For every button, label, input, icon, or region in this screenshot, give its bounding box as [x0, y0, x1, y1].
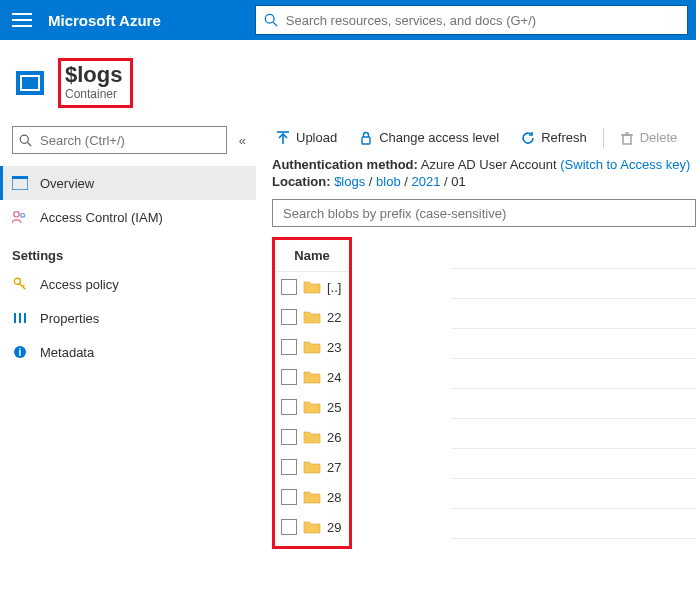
svg-rect-19 [623, 135, 631, 144]
row-checkbox[interactable] [281, 339, 297, 355]
lock-icon [359, 131, 373, 145]
refresh-icon [521, 131, 535, 145]
collapse-sidebar-icon[interactable]: « [239, 133, 246, 148]
global-search[interactable] [255, 5, 688, 35]
delete-label: Delete [640, 130, 678, 145]
page-title: $logs [65, 63, 122, 87]
table-row[interactable]: [..] [275, 272, 349, 302]
folder-icon [303, 490, 321, 504]
sidebar-item-label: Access Control (IAM) [40, 210, 163, 225]
table-row[interactable]: 28 [275, 482, 349, 512]
breadcrumb-logs[interactable]: $logs [334, 174, 365, 189]
upload-icon [276, 131, 290, 145]
folder-icon [303, 520, 321, 534]
column-header-name[interactable]: Name [275, 240, 349, 272]
row-checkbox[interactable] [281, 459, 297, 475]
location-line: Location: $logs / blob / 2021 / 01 [256, 174, 696, 191]
sidebar-item-metadata[interactable]: i Metadata [0, 335, 256, 369]
auth-label: Authentication method: [272, 157, 418, 172]
access-label: Change access level [379, 130, 499, 145]
blob-search-input[interactable] [281, 205, 687, 222]
folder-icon [303, 340, 321, 354]
svg-line-1 [273, 22, 277, 26]
change-access-button[interactable]: Change access level [349, 126, 509, 149]
table-row[interactable]: 27 [275, 452, 349, 482]
breadcrumb-blob[interactable]: blob [376, 174, 401, 189]
search-icon [264, 13, 278, 27]
main-content: Upload Change access level Refresh Delet… [256, 118, 696, 549]
sidebar-item-label: Overview [40, 176, 94, 191]
row-name: 24 [327, 370, 341, 385]
sidebar-item-properties[interactable]: Properties [0, 301, 256, 335]
top-bar: Microsoft Azure [0, 0, 696, 40]
row-checkbox[interactable] [281, 519, 297, 535]
page-header: $logs Container [0, 40, 696, 118]
svg-text:i: i [19, 347, 22, 358]
properties-icon [12, 311, 28, 325]
row-checkbox[interactable] [281, 429, 297, 445]
row-checkbox[interactable] [281, 399, 297, 415]
svg-line-10 [23, 285, 25, 287]
svg-point-7 [21, 213, 25, 217]
toolbar-separator [603, 128, 604, 148]
menu-icon[interactable] [12, 10, 32, 30]
row-checkbox[interactable] [281, 309, 297, 325]
table-row[interactable]: 22 [275, 302, 349, 332]
svg-point-8 [14, 279, 20, 285]
search-icon [19, 134, 32, 147]
svg-line-3 [28, 142, 32, 146]
toolbar: Upload Change access level Refresh Delet… [256, 118, 696, 157]
upload-label: Upload [296, 130, 337, 145]
breadcrumb-2021[interactable]: 2021 [412, 174, 441, 189]
switch-auth-link[interactable]: (Switch to Access key) [560, 157, 690, 172]
sidebar: « Overview Access Control (IAM) Settings [0, 118, 256, 549]
table-row[interactable]: 23 [275, 332, 349, 362]
sidebar-section-settings: Settings [12, 248, 256, 263]
refresh-label: Refresh [541, 130, 587, 145]
svg-rect-18 [362, 137, 370, 144]
delete-button: Delete [610, 126, 688, 149]
row-checkbox[interactable] [281, 489, 297, 505]
sidebar-item-label: Properties [40, 311, 99, 326]
table-row[interactable]: 24 [275, 362, 349, 392]
folder-icon [303, 430, 321, 444]
blob-search[interactable] [272, 199, 696, 227]
row-name: 22 [327, 310, 341, 325]
sidebar-item-access-control[interactable]: Access Control (IAM) [0, 200, 256, 234]
folder-icon [303, 310, 321, 324]
folder-icon [303, 280, 321, 294]
folder-icon [303, 370, 321, 384]
auth-value: Azure AD User Account [421, 157, 557, 172]
sidebar-item-overview[interactable]: Overview [0, 166, 256, 200]
auth-line: Authentication method: Azure AD User Acc… [256, 157, 696, 174]
page-subtitle: Container [65, 87, 122, 101]
info-icon: i [12, 345, 28, 359]
sidebar-item-access-policy[interactable]: Access policy [0, 267, 256, 301]
container-icon [16, 71, 44, 95]
table-highlight: Name [..] 22 23 24 25 [272, 237, 352, 549]
key-icon [12, 277, 28, 291]
row-checkbox[interactable] [281, 279, 297, 295]
overview-icon [12, 176, 28, 190]
table-row[interactable]: 25 [275, 392, 349, 422]
location-label: Location: [272, 174, 331, 189]
folder-icon [303, 460, 321, 474]
breadcrumb-01: 01 [451, 174, 465, 189]
row-name: 29 [327, 520, 341, 535]
sidebar-item-label: Access policy [40, 277, 119, 292]
row-name: 25 [327, 400, 341, 415]
svg-rect-5 [12, 176, 28, 179]
global-search-input[interactable] [284, 12, 679, 29]
delete-icon [620, 131, 634, 145]
refresh-button[interactable]: Refresh [511, 126, 597, 149]
folder-icon [303, 400, 321, 414]
upload-button[interactable]: Upload [266, 126, 347, 149]
sidebar-search-input[interactable] [38, 132, 220, 149]
table-row[interactable]: 29 [275, 512, 349, 542]
brand-label: Microsoft Azure [48, 12, 161, 29]
sidebar-search[interactable] [12, 126, 227, 154]
row-checkbox[interactable] [281, 369, 297, 385]
table-row[interactable]: 26 [275, 422, 349, 452]
people-icon [12, 210, 28, 224]
sidebar-item-label: Metadata [40, 345, 94, 360]
